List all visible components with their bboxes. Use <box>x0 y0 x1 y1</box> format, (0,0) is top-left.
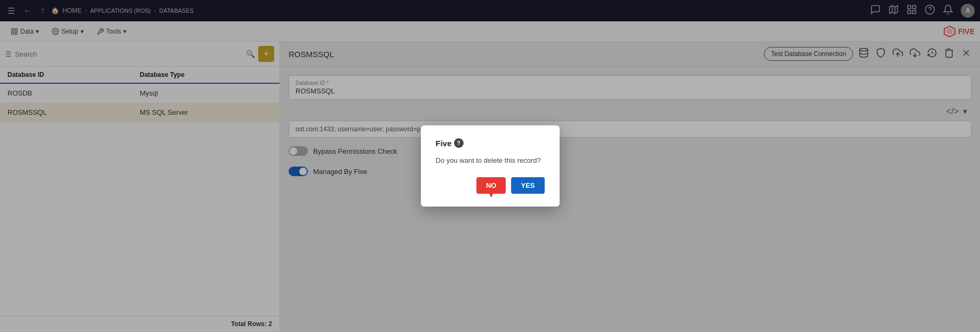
yes-button[interactable]: YES <box>511 177 544 194</box>
dialog-message: Do you want to delete this record? <box>436 156 545 164</box>
dialog-buttons: NO ▼ YES <box>436 177 545 194</box>
no-button-container: NO ▼ <box>476 177 506 194</box>
pointer-indicator: ▼ <box>487 189 496 199</box>
dialog-help-icon: ? <box>454 138 464 148</box>
dialog-overlay: Five ? Do you want to delete this record… <box>0 0 980 332</box>
dialog-title: Five ? <box>436 138 545 148</box>
confirm-dialog: Five ? Do you want to delete this record… <box>421 125 560 207</box>
